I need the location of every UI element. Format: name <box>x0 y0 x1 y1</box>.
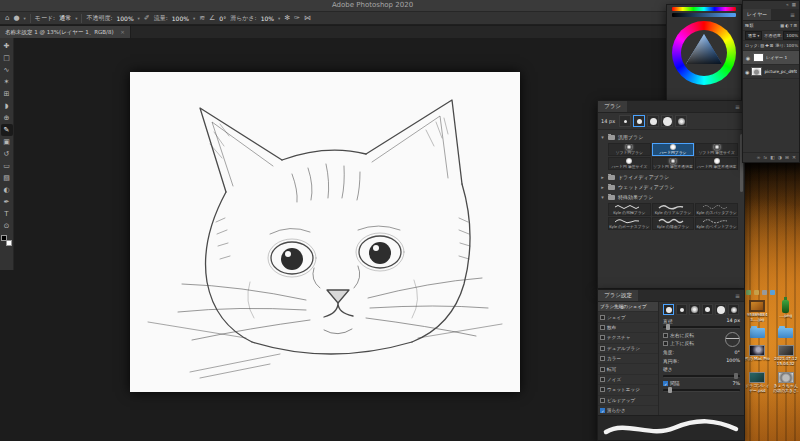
caret-down-icon[interactable]: ▾ <box>600 194 605 200</box>
healing-tool-button[interactable]: ⊕ <box>1 112 13 124</box>
brush-preset-caret-icon[interactable]: ▾ <box>24 16 26 21</box>
smoothing-caret-icon[interactable]: ▾ <box>278 16 280 21</box>
brush-item-selected[interactable]: ハード円ブラシ <box>652 143 695 156</box>
checkbox-icon[interactable] <box>600 315 605 320</box>
option-dual-brush[interactable]: デュアルブラシ <box>598 344 658 354</box>
spacing-slider[interactable] <box>663 389 740 392</box>
pen-tool-button[interactable]: ✒ <box>1 196 13 208</box>
panel-menu-icon[interactable]: ≡ <box>735 293 744 299</box>
checkbox-icon[interactable] <box>600 377 605 382</box>
angle-value[interactable]: 0° <box>735 350 740 355</box>
desktop-file-bottle[interactable]: ….png <box>773 300 800 322</box>
flip-y-checkbox[interactable]: 上下に反転 <box>663 340 694 346</box>
history-brush-tool-button[interactable]: ↺ <box>1 148 13 160</box>
recent-brush[interactable] <box>675 115 687 127</box>
lasso-tool-button[interactable]: ∿ <box>1 64 13 76</box>
brush-item[interactable]: Kyle のリアルブラシ <box>652 203 695 216</box>
flip-x-checkbox[interactable]: 左右に反転 <box>663 332 694 338</box>
layer-effects-icon[interactable]: fx <box>763 155 767 160</box>
caret-down-icon[interactable]: ▾ <box>600 134 605 140</box>
filter-pixel-icon[interactable]: ▦ <box>780 23 784 28</box>
brush-folder-general[interactable]: ▾ 汎用ブラシ <box>600 132 739 142</box>
brush-item[interactable]: Kyle の描画ブラシ <box>652 217 695 230</box>
diameter-value[interactable]: 14 px <box>726 318 740 323</box>
brush-tip[interactable] <box>676 304 687 315</box>
brush-tip[interactable] <box>663 304 674 315</box>
mini-file-icon[interactable] <box>754 290 759 295</box>
layer-name[interactable]: レイヤー 1 <box>766 55 787 60</box>
option-scattering[interactable]: 散布 <box>598 323 658 333</box>
tab-brush-settings[interactable]: ブラシ設定 <box>598 290 638 301</box>
recent-brush[interactable] <box>619 115 631 127</box>
checkbox-icon[interactable] <box>663 341 668 346</box>
checkbox-icon[interactable] <box>600 356 605 361</box>
brush-item[interactable]: ソフト円ブラシ <box>608 143 651 156</box>
brush-item[interactable]: ハード円 筆圧サイズ <box>608 157 651 170</box>
smoothing-gear-icon[interactable]: ✻ <box>284 15 290 22</box>
desktop-folder[interactable] <box>773 328 800 339</box>
home-icon[interactable]: ⌂ <box>5 15 9 22</box>
adjustment-layer-icon[interactable]: ◑ <box>778 155 782 160</box>
tab-layers[interactable]: レイヤー <box>743 9 771 20</box>
layer-row-1[interactable]: ◉ レイヤー 1 <box>743 51 799 65</box>
layer-mask-icon[interactable]: ◧ <box>770 155 775 160</box>
brush-folder-dry-media[interactable]: ▸ ドライメディアブラシ <box>600 172 739 182</box>
blur-tool-button[interactable]: ◐ <box>1 184 13 196</box>
recent-brush-selected[interactable] <box>633 115 645 127</box>
checkbox-checked-icon[interactable]: ✓ <box>600 408 605 413</box>
crop-tool-button[interactable]: ⊞ <box>1 88 13 100</box>
desktop-folder[interactable] <box>744 328 771 339</box>
saturation-triangle[interactable] <box>682 31 726 75</box>
option-transfer[interactable]: 転写 <box>598 364 658 374</box>
spacing-value[interactable]: 7% <box>732 381 740 386</box>
eraser-tool-button[interactable]: ▭ <box>1 160 13 172</box>
checkbox-icon[interactable] <box>600 325 605 330</box>
mode-caret-icon[interactable]: ▾ <box>75 16 77 21</box>
caret-right-icon[interactable]: ▸ <box>600 184 605 190</box>
option-build-up[interactable]: ビルドアップ <box>598 396 658 406</box>
brush-item[interactable]: Kyle のペイントブラシ <box>695 217 738 230</box>
brush-item[interactable]: ハード円 筆圧不透明度 <box>695 157 738 170</box>
zoom-tool-button[interactable]: ⊙ <box>1 220 13 232</box>
desktop-file-photo[interactable]: きょうちゃんの頭の大きさ.jpg <box>773 372 800 394</box>
flow-value[interactable]: 100% <box>172 15 189 22</box>
color-swatches[interactable] <box>1 235 12 246</box>
new-layer-icon[interactable]: ⊞ <box>785 155 789 160</box>
option-color-dynamics[interactable]: カラー <box>598 354 658 364</box>
slider-thumb[interactable] <box>734 373 738 379</box>
symmetry-icon[interactable]: ⋈ <box>304 15 311 22</box>
move-tool-button[interactable]: ✚ <box>1 40 13 52</box>
document-tab[interactable]: 名称未設定 1 @ 13%(レイヤー 1、RGB/8) × <box>0 26 131 38</box>
checkbox-icon[interactable] <box>600 335 605 340</box>
brush-item[interactable]: ソフト円 筆圧不透明度 <box>652 157 695 170</box>
lock-position-icon[interactable]: ✚ <box>765 43 769 48</box>
color-ramp-slider[interactable] <box>672 13 736 17</box>
brush-item[interactable]: ソフト円 筆圧サイズ <box>695 143 738 156</box>
brush-tool-button[interactable]: ✎ <box>1 124 13 136</box>
close-tab-icon[interactable]: × <box>120 29 125 35</box>
gradient-tool-button[interactable]: ▧ <box>1 172 13 184</box>
opacity-caret-icon[interactable]: ▾ <box>138 16 140 21</box>
window-titlebar[interactable]: Adobe Photoshop 2020 <box>0 0 745 12</box>
layer-row-2[interactable]: ◉ picture_pc_d9f0a6f375a34.jpg <box>743 65 799 79</box>
blend-mode-select[interactable]: 通常 ▾ <box>745 31 762 40</box>
delete-layer-icon[interactable]: ✕ <box>792 155 796 160</box>
brush-tip[interactable] <box>715 304 726 315</box>
brush-item[interactable]: Kyle のスパッタブラシ <box>695 203 738 216</box>
pressure-opacity-icon[interactable]: ✐ <box>144 15 150 22</box>
desktop-file-photo[interactable]: 夜の Mac Pro <box>744 345 771 366</box>
spacing-checkbox[interactable]: ✓ 間隔 <box>663 380 680 386</box>
caret-right-icon[interactable]: ▸ <box>600 174 605 180</box>
diameter-slider[interactable] <box>663 326 740 329</box>
visibility-eye-icon[interactable]: ◉ <box>745 69 749 75</box>
slider-thumb[interactable] <box>666 324 670 330</box>
mini-file-icon[interactable] <box>770 290 775 295</box>
brush-tip[interactable] <box>689 304 700 315</box>
collapse-panel-icon[interactable]: « <box>786 2 789 9</box>
option-shape-dynamics[interactable]: シェイプ <box>598 312 658 322</box>
pressure-size-icon[interactable]: ✑ <box>294 15 300 22</box>
lock-all-icon[interactable]: ⊠ <box>770 43 774 48</box>
brush-folder-wet-media[interactable]: ▸ ウェットメディアブラシ <box>600 182 739 192</box>
brush-folder-special-effects[interactable]: ▾ 特殊効果ブラシ <box>600 192 739 202</box>
checkbox-icon[interactable] <box>600 367 605 372</box>
